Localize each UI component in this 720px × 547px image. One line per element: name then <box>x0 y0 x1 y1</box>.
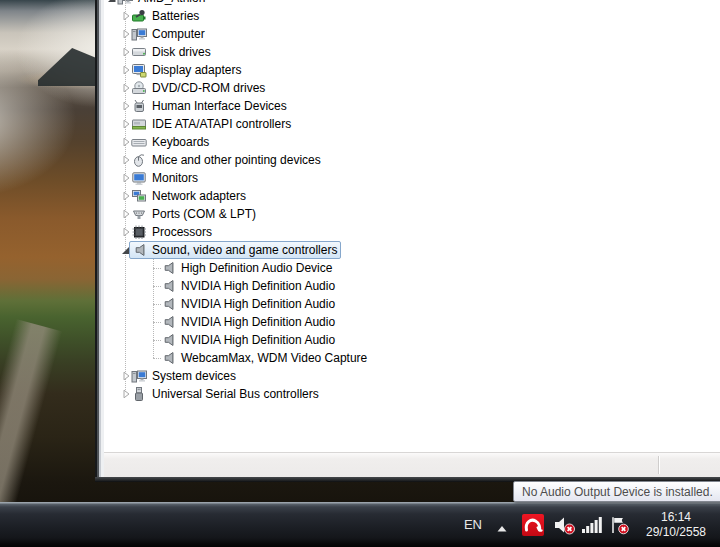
tree-item[interactable]: IDE ATA/ATAPI controllers <box>104 115 720 133</box>
tree-item[interactable]: DVD/CD-ROM drives <box>104 79 720 97</box>
tree-item-label: Processors <box>152 224 212 240</box>
tree-item[interactable]: Disk drives <box>104 43 720 61</box>
tree-item-label: Disk drives <box>152 44 211 60</box>
tree-item-content[interactable]: Monitors <box>129 169 202 187</box>
tree-item[interactable]: Computer <box>104 25 720 43</box>
network-signal-icon[interactable] <box>582 516 602 533</box>
tree-item-label: NVIDIA High Definition Audio <box>181 278 335 294</box>
usb-icon <box>131 386 147 402</box>
tree-item-content[interactable]: DVD/CD-ROM drives <box>129 79 269 97</box>
computer-icon <box>131 26 147 42</box>
wallpaper-trail <box>0 319 62 520</box>
tree-item-label: IDE ATA/ATAPI controllers <box>152 116 291 132</box>
tree-item-content[interactable]: Universal Serial Bus controllers <box>129 385 323 403</box>
tree-item[interactable]: Display adapters <box>104 61 720 79</box>
tree-item-label: Universal Serial Bus controllers <box>152 386 319 402</box>
speaker-muted-icon[interactable] <box>552 514 576 536</box>
tree-item-label: NVIDIA High Definition Audio <box>181 332 335 348</box>
tree-item-content[interactable]: Display adapters <box>129 61 245 79</box>
tree-item-label: WebcamMax, WDM Video Capture <box>181 350 367 366</box>
taskbar-clock[interactable]: 16:14 29/10/2558 <box>638 509 714 540</box>
tree-item-content[interactable]: IDE ATA/ATAPI controllers <box>129 115 295 133</box>
tree-item-content[interactable]: Disk drives <box>129 43 215 61</box>
network-adapter-icon <box>131 188 147 204</box>
tree-item[interactable]: System devices <box>104 367 720 385</box>
tree-item-label: Ports (COM & LPT) <box>152 206 256 222</box>
monitor-icon <box>131 170 147 186</box>
tree-item-content[interactable]: Batteries <box>129 7 203 25</box>
processor-icon <box>131 224 147 240</box>
tree-item-content[interactable]: Mice and other pointing devices <box>129 151 325 169</box>
status-bar <box>104 452 720 477</box>
language-indicator[interactable]: EN <box>454 513 492 536</box>
clock-time: 16:14 <box>638 510 714 525</box>
taskbar: EN <box>0 502 720 547</box>
speaker-icon <box>131 242 147 258</box>
tree-item-content[interactable]: Keyboards <box>129 133 213 151</box>
tree-item[interactable]: NVIDIA High Definition Audio <box>104 277 720 295</box>
wallpaper-mountain-ridge <box>38 48 100 86</box>
display-adapter-icon <box>131 62 147 78</box>
dvd-drive-icon <box>131 80 147 96</box>
window-border-left <box>95 0 104 482</box>
tree-item-label: Mice and other pointing devices <box>152 152 321 168</box>
tree-item-label: Sound, video and game controllers <box>152 242 337 258</box>
tree-item-label: Human Interface Devices <box>152 98 287 114</box>
device-manager-window: AMD_AthlonBatteriesComputerDisk drivesDi… <box>95 0 720 482</box>
tree-item[interactable]: NVIDIA High Definition Audio <box>104 313 720 331</box>
tree-item-label: Display adapters <box>152 62 241 78</box>
tree-item-content[interactable]: NVIDIA High Definition Audio <box>158 313 339 331</box>
tree-item-label: NVIDIA High Definition Audio <box>181 314 335 330</box>
tree-item-content[interactable]: AMD_Athlon <box>115 0 209 7</box>
tree-item[interactable]: Human Interface Devices <box>104 97 720 115</box>
avira-icon[interactable] <box>522 514 544 536</box>
device-tree: AMD_AthlonBatteriesComputerDisk drivesDi… <box>104 0 720 452</box>
tree-item-content[interactable]: Processors <box>129 223 216 241</box>
clock-date: 29/10/2558 <box>638 525 714 540</box>
hid-icon <box>131 98 147 114</box>
tree-item-label: Batteries <box>152 8 199 24</box>
speaker-icon <box>160 278 176 294</box>
tree-item-content[interactable]: High Definition Audio Device <box>158 259 336 277</box>
tree-item[interactable]: Universal Serial Bus controllers <box>104 385 720 403</box>
system-device-icon <box>131 368 147 384</box>
speaker-icon <box>160 350 176 366</box>
tree-item-content[interactable]: Computer <box>129 25 209 43</box>
ide-controller-icon <box>131 116 147 132</box>
tree-item[interactable]: Ports (COM & LPT) <box>104 205 720 223</box>
tree-item[interactable]: Monitors <box>104 169 720 187</box>
tree-item-label: NVIDIA High Definition Audio <box>181 296 335 312</box>
serial-port-icon <box>131 206 147 222</box>
tree-item-selected[interactable]: Sound, video and game controllers <box>129 241 341 259</box>
tree-item[interactable]: Network adapters <box>104 187 720 205</box>
tree-item-content[interactable]: System devices <box>129 367 240 385</box>
tree-item[interactable]: Processors <box>104 223 720 241</box>
tree-item-label: AMD_Athlon <box>138 0 205 6</box>
tree-item[interactable]: WebcamMax, WDM Video Capture <box>104 349 720 367</box>
tree-item-content[interactable]: NVIDIA High Definition Audio <box>158 295 339 313</box>
tree-item[interactable]: High Definition Audio Device <box>104 259 720 277</box>
speaker-icon <box>160 314 176 330</box>
tree-item-content[interactable]: NVIDIA High Definition Audio <box>158 331 339 349</box>
tree-item[interactable]: Batteries <box>104 7 720 25</box>
tree-item[interactable]: NVIDIA High Definition Audio <box>104 295 720 313</box>
tree-item[interactable]: NVIDIA High Definition Audio <box>104 331 720 349</box>
tree-item-label: Monitors <box>152 170 198 186</box>
tree-item[interactable]: AMD_Athlon <box>104 0 720 7</box>
mouse-icon <box>131 152 147 168</box>
window-client-area: AMD_AthlonBatteriesComputerDisk drivesDi… <box>104 0 720 477</box>
action-center-flag-icon[interactable] <box>608 515 630 535</box>
tree-item-label: DVD/CD-ROM drives <box>152 80 265 96</box>
chevron-up-icon[interactable] <box>496 520 508 530</box>
tree-item-content[interactable]: Human Interface Devices <box>129 97 291 115</box>
speaker-icon <box>160 296 176 312</box>
tree-item-content[interactable]: NVIDIA High Definition Audio <box>158 277 339 295</box>
speaker-icon <box>160 332 176 348</box>
tree-item-content[interactable]: Ports (COM & LPT) <box>129 205 260 223</box>
tree-item-content[interactable]: WebcamMax, WDM Video Capture <box>158 349 371 367</box>
tree-item-content[interactable]: Network adapters <box>129 187 250 205</box>
tree-item[interactable]: Sound, video and game controllers <box>104 241 720 259</box>
tree-item[interactable]: Keyboards <box>104 133 720 151</box>
tree-item[interactable]: Mice and other pointing devices <box>104 151 720 169</box>
tree-item-label: High Definition Audio Device <box>181 260 332 276</box>
